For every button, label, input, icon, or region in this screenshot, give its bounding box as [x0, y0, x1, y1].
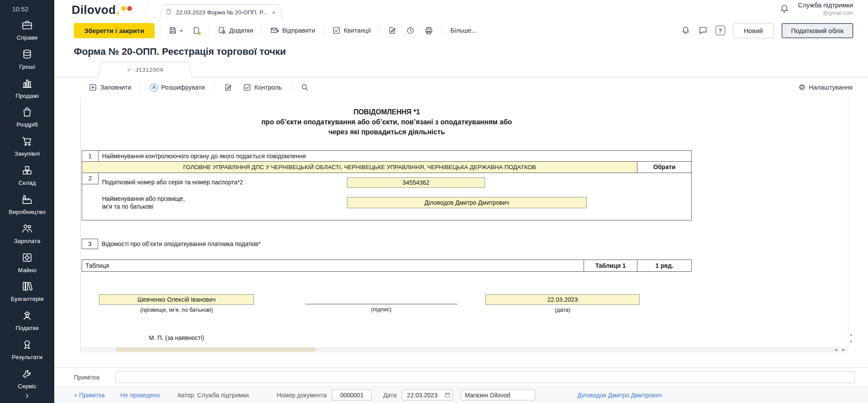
store-input[interactable] — [461, 390, 535, 400]
fill-button[interactable]: Заповнити — [86, 81, 134, 93]
star-icon: ★ — [197, 30, 202, 37]
notifications-bell-icon[interactable] — [779, 4, 789, 14]
scroll-left-icon[interactable]: ◀ — [835, 348, 837, 352]
save-favorite-button[interactable]: ★ — [189, 24, 204, 37]
app-window: 10:52 Справи Гроші Продажі Роздріб Закуп… — [0, 0, 868, 403]
responsible-person-link[interactable]: Діловодов Дмитро Дмитрович — [577, 392, 662, 399]
doc-number-input[interactable] — [332, 390, 372, 400]
sidebar-item-podatky[interactable]: Податки — [0, 308, 54, 333]
save-close-button[interactable]: Зберегти і закрити — [74, 23, 155, 38]
sidebar-item-maino[interactable]: Майно — [0, 250, 54, 275]
help-icon[interactable]: ? — [716, 26, 725, 35]
topbar-right: Служба підтримки @gmail.com — [779, 1, 868, 19]
send-button[interactable]: Відправити — [267, 24, 318, 37]
author-label: Автор: Служба підтримки — [177, 392, 249, 399]
sidebar-item-label: Податки — [16, 325, 39, 331]
taxpayer-name-label-line1: Найменування або прізвище, — [102, 195, 307, 203]
fill-label: Заповнити — [100, 84, 131, 91]
books-icon — [21, 280, 33, 294]
vertical-scrollbar[interactable] — [848, 97, 855, 347]
sidebar-item-zarplata[interactable]: Зарплата — [0, 221, 54, 246]
row-number: 1 — [82, 151, 99, 161]
separator — [160, 25, 160, 36]
receipts-button[interactable]: Квитанції — [329, 24, 374, 37]
save-button[interactable]: ▾ — [165, 24, 185, 37]
sidebar-item-label: Зарплата — [14, 238, 40, 244]
user-menu[interactable]: Служба підтримки @gmail.com — [798, 1, 853, 17]
settings-button[interactable]: ⚙ Налаштування — [799, 83, 868, 91]
stamp-note: М. П. (за наявності) — [149, 334, 692, 341]
edit-document-button[interactable] — [385, 24, 399, 37]
form-title-line2: про об’єкти оподаткування або об’єкти, п… — [82, 117, 692, 127]
check-icon: ✓ — [127, 67, 132, 73]
sidebar-item-rozdrib[interactable]: Роздріб — [0, 105, 54, 129]
choose-button[interactable]: Обрати — [637, 162, 691, 173]
attachments-label: Додатки — [229, 27, 253, 34]
sidebar-item-sklad[interactable]: Склад — [0, 163, 54, 187]
row-authority-value: ГОЛОВНЕ УПРАВЛІННЯ ДПС У ЧЕРНІВЕЦЬКІЙ ОБ… — [82, 162, 691, 173]
sidebar-item-vyrobnytstvo[interactable]: Виробництво — [0, 192, 54, 216]
doc-subtab-row: ✓ J1312004 — [54, 62, 868, 77]
edit-form-button[interactable] — [221, 81, 235, 93]
decrypt-label: Розшифрувати — [161, 84, 205, 91]
form-title: ПОВІДОМЛЕННЯ *1 про об’єкти оподаткуванн… — [82, 107, 692, 137]
document-tab[interactable]: 22.03.2023 Форма № 20-ОПП. Р... × — [159, 4, 283, 20]
sidebar-item-bukhhalteriia[interactable]: Бухгалтерія — [0, 279, 54, 303]
add-note-link[interactable]: + Примітка — [74, 392, 105, 399]
sidebar-expand-chevron[interactable]: › — [0, 391, 54, 403]
more-button[interactable]: Більше... — [447, 25, 480, 36]
horizontal-scroll-thumb[interactable] — [116, 347, 316, 352]
doc-code-tab[interactable]: ✓ J1312004 — [98, 62, 192, 77]
search-icon[interactable] — [297, 81, 312, 93]
sidebar-item-zakupivli[interactable]: Закупівлі — [0, 134, 54, 158]
print-button[interactable] — [421, 24, 436, 37]
decrypt-button[interactable]: A Розшифрувати — [147, 82, 208, 93]
signature-caption: (підпис) — [305, 306, 457, 313]
authority-value-field[interactable]: ГОЛОВНЕ УПРАВЛІННЯ ДПС У ЧЕРНІВЕЦЬКІЙ ОБ… — [82, 162, 637, 173]
taxpayer-name-field[interactable]: Діловодов Дмитро Дмитрович — [347, 197, 587, 208]
posted-status-toggle[interactable]: Не проведено — [120, 392, 160, 399]
sidebar-item-spravy[interactable]: Справи — [0, 18, 54, 42]
sidebar-item-prodazhi[interactable]: Продажі — [0, 76, 54, 100]
note-input[interactable] — [116, 371, 855, 383]
row-taxpayer: 2 Податковий номер або серія та номер па… — [82, 173, 691, 220]
bell-icon[interactable] — [681, 26, 690, 35]
chat-icon[interactable] — [698, 26, 708, 35]
control-button[interactable]: Контроль — [240, 81, 285, 93]
table-1-link[interactable]: Таблиця 1 — [584, 260, 637, 271]
calendar-icon[interactable] — [444, 392, 451, 398]
scroll-up-icon[interactable]: ▲ — [849, 333, 853, 336]
attachments-button[interactable]: Додатки — [215, 24, 256, 37]
signature-name-field[interactable]: Шевченко Олексій Іванович — [99, 294, 254, 305]
taxpayer-name-label: Найменування або прізвище, ім’я та по ба… — [102, 195, 307, 211]
tax-accounting-mode-button[interactable]: Податковий облік — [782, 23, 853, 38]
separator — [140, 82, 141, 93]
signature-sign-column: (підпис) — [305, 294, 457, 313]
settings-label: Налаштування — [809, 84, 852, 91]
sidebar-item-rezultaty[interactable]: Результати — [0, 337, 54, 362]
signature-name-caption: (прізвище, ім’я, по батькові) — [99, 306, 254, 313]
user-email: @gmail.com — [798, 10, 853, 17]
briefcase-icon — [21, 19, 33, 33]
separator — [442, 25, 442, 36]
taxpayer-name-line: Найменування або прізвище, ім’я та по ба… — [102, 195, 685, 211]
scroll-down-icon[interactable]: ▼ — [849, 340, 853, 344]
sidebar-item-label: Продажі — [16, 93, 39, 99]
tax-number-field[interactable]: 34554362 — [347, 177, 485, 188]
circled-a-icon: A — [150, 83, 158, 92]
table-row-count: 1 ряд. — [637, 260, 691, 271]
new-button[interactable]: Новий — [733, 23, 774, 38]
sidebar-item-servis[interactable]: Сервіс — [0, 366, 54, 391]
scroll-right-icon[interactable]: ▶ — [842, 348, 845, 352]
medal-icon — [21, 339, 33, 352]
horizontal-scrollbar[interactable] — [81, 347, 848, 353]
history-button[interactable] — [403, 24, 418, 37]
sidebar-item-hroshi[interactable]: Гроші — [0, 47, 54, 71]
separator — [379, 25, 380, 36]
form-sheet: ПОВІДОМЛЕННЯ *1 про об’єкти оподаткуванн… — [82, 97, 692, 341]
factory-icon — [21, 193, 33, 207]
sidebar-item-label: Закупівлі — [14, 150, 40, 157]
signature-date-field[interactable]: 22.03.2023 — [485, 294, 640, 305]
close-icon[interactable]: × — [271, 9, 277, 16]
signature-date-column: 22.03.2023 (дата) — [485, 294, 640, 313]
